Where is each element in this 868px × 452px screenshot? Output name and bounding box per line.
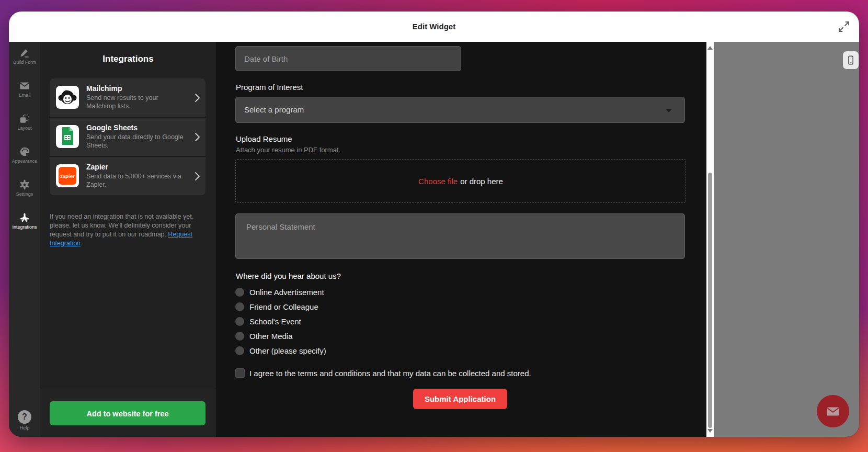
google-sheets-logo [56,125,79,148]
radio-option-online-advertisement[interactable]: Online Advertisement [235,285,326,299]
scrollbar-thumb[interactable] [708,173,712,428]
help-label: Help [9,425,40,431]
add-to-website-button[interactable]: Add to website for free [50,401,205,425]
radio-option-other-specify[interactable]: Other (please specify) [235,343,326,358]
resume-dropzone[interactable]: Choose file or drop here [235,159,686,203]
radio-icon[interactable] [235,288,244,297]
question-mark-icon: ? [18,410,31,424]
integration-item-zapier[interactable]: zapier Zapier Send data to 5,000+ servic… [50,157,205,195]
envelope-icon [19,80,30,92]
sidebar-nav: Build Form Email L [9,43,40,241]
layout-frame-icon [19,113,30,125]
sidebar-item-label: Settings [9,191,40,197]
radio-icon[interactable] [235,346,244,355]
mobile-phone-icon [845,54,856,66]
integration-name: Mailchimp [86,84,122,93]
mobile-view-toggle[interactable] [843,51,859,69]
sidebar-item-label: Layout [9,126,40,131]
chevron-right-icon [194,93,200,103]
program-of-interest-label: Program of Interest [236,83,303,92]
gear-icon [19,179,30,190]
sidebar-item-label: Email [9,93,40,98]
scroll-up-arrow-icon[interactable] [707,46,713,50]
preview-backdrop [714,42,859,437]
radio-option-other-media[interactable]: Other Media [235,329,326,343]
choose-file-link[interactable]: Choose file [418,177,458,186]
sidebar-item-integrations[interactable]: Integrations [9,212,40,241]
sidebar-item-email[interactable]: Email [9,80,40,109]
integration-description: Send your data directly to Google Sheets… [86,133,188,150]
google-sheets-icon [56,125,79,148]
radio-option-friend-or-colleague[interactable]: Friend or Colleague [235,299,326,314]
date-of-birth-input[interactable] [235,46,461,71]
submit-application-button[interactable]: Submit Application [413,389,507,409]
terms-checkbox[interactable] [235,368,245,378]
upload-resume-label: Upload Resume [236,134,292,143]
terms-label: I agree to the terms and conditions and … [249,369,531,378]
personal-statement-textarea[interactable] [235,213,685,259]
sidebar-item-settings[interactable]: Settings [9,179,40,208]
zapier-logo: zapier [56,164,79,187]
sidebar-item-appearance[interactable]: Appearance [9,146,40,175]
envelope-icon [825,403,841,419]
expand-diagonal-icon [837,20,851,33]
zapier-icon: zapier [59,167,76,185]
integration-name: Zapier [86,163,108,171]
hear-about-us-options: Online Advertisement Friend or Colleague… [235,285,326,358]
integration-item-mailchimp[interactable]: Mailchimp Send new results to your Mailc… [50,78,205,117]
edit-widget-modal: Edit Widget [9,12,859,437]
sidebar-item-label: Build Form [9,60,40,65]
radio-label: School's Event [249,317,301,326]
chevron-right-icon [194,172,200,181]
sidebar-item-build-form[interactable]: Build Form [9,47,40,76]
upload-resume-hint: Attach your resume in PDF format. [236,146,340,154]
terms-row[interactable]: I agree to the terms and conditions and … [235,367,531,379]
hear-about-us-label: Where did you hear about us? [236,272,341,280]
radio-icon[interactable] [235,317,244,326]
chevron-right-icon [194,132,200,142]
modal-header: Edit Widget [9,12,859,42]
expand-button[interactable] [837,20,851,33]
radio-label: Other (please specify) [249,346,326,355]
sidebar: Build Form Email L [9,42,40,437]
scroll-down-arrow-icon[interactable] [707,429,713,433]
sidebar-item-label: Integrations [9,224,40,230]
modal-body: Build Form Email L [9,42,859,437]
sidebar-item-label: Appearance [9,159,40,164]
integration-item-google-sheets[interactable]: Google Sheets Send your data directly to… [50,118,205,156]
panel-title: Integrations [40,54,216,64]
radio-label: Other Media [249,332,293,341]
integrations-asterisk-icon [19,212,30,223]
radio-label: Online Advertisement [249,288,324,297]
mailchimp-logo [56,86,79,109]
radio-icon[interactable] [235,302,244,311]
mailchimp-monkey-icon [56,86,79,109]
integrations-panel: Integrations [40,42,216,437]
panel-footer: Add to website for free [40,389,216,437]
program-select-value: Select a program [244,105,304,114]
sidebar-item-layout[interactable]: Layout [9,113,40,142]
palette-icon [19,146,30,157]
pencil-icon [19,47,30,59]
modal-title: Edit Widget [9,12,859,42]
program-select[interactable]: Select a program [235,97,685,123]
preview-scrollbar[interactable] [706,42,714,437]
form-preview: Program of Interest Select a program Upl… [216,42,706,437]
integration-list: Mailchimp Send new results to your Mailc… [50,78,205,195]
radio-icon[interactable] [235,332,244,341]
radio-label: Friend or Colleague [249,302,318,311]
radio-option-schools-event[interactable]: School's Event [235,314,326,329]
floating-contact-button[interactable] [817,395,849,427]
app-background: Edit Widget [0,0,868,452]
request-integration-note: If you need an integration that is not a… [50,212,205,248]
drop-here-text: or drop here [460,177,503,186]
integration-description: Send data to 5,000+ services via Zapier. [86,172,188,189]
chevron-down-icon [666,109,672,112]
integration-description: Send new results to your Mailchimp lists… [86,94,188,110]
sidebar-item-help[interactable]: ? Help [9,410,40,431]
integration-name: Google Sheets [86,123,138,132]
